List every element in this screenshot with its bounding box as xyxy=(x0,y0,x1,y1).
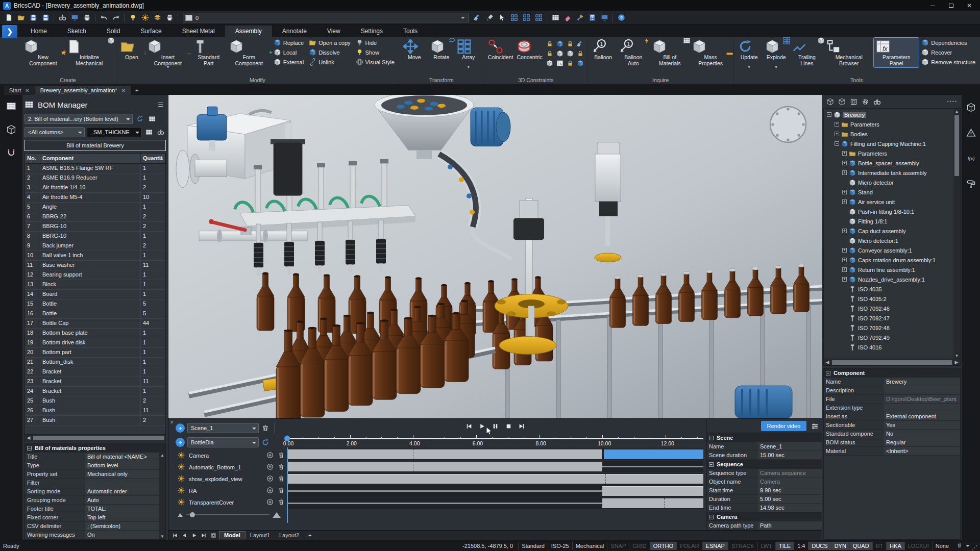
track-segment-line[interactable] xyxy=(602,466,703,467)
section-header-scene[interactable]: −Scene xyxy=(707,433,822,442)
timeline-ruler[interactable]: 0.002.004.006.008.0010.0012.00 xyxy=(287,433,703,448)
collapse-icon[interactable]: − xyxy=(826,371,830,375)
layers-icon[interactable] xyxy=(152,12,163,23)
track-segment-bar[interactable] xyxy=(287,462,602,471)
tab-sketch[interactable]: Sketch xyxy=(57,26,96,37)
expand-icon[interactable]: + xyxy=(835,122,839,127)
sort-asc-icon[interactable]: ▲ xyxy=(159,156,164,161)
replace-button[interactable]: Replace xyxy=(272,38,306,47)
go-to-start-button[interactable] xyxy=(463,421,474,431)
open-button[interactable]: ↓Open xyxy=(118,38,145,67)
hatch-icon[interactable] xyxy=(574,12,585,23)
publish-icon[interactable] xyxy=(69,12,80,23)
open-a-copy-button[interactable]: Open a copy xyxy=(307,38,352,47)
zoom-out-icon[interactable] xyxy=(178,513,183,517)
search-binoculars-icon[interactable] xyxy=(873,98,881,106)
unlink-button[interactable]: Unlink xyxy=(307,57,352,67)
property-row[interactable]: Property setMechanical only xyxy=(25,470,159,479)
status-toggle-strack[interactable]: STRACK xyxy=(728,542,757,550)
timeline-close-icon[interactable]: ✕ xyxy=(170,420,174,425)
first-layout-icon[interactable] xyxy=(170,532,179,539)
expand-icon[interactable]: + xyxy=(842,229,847,233)
print-icon[interactable] xyxy=(81,12,92,23)
expand-icon[interactable]: + xyxy=(842,161,847,165)
update-button[interactable]: Update▾ xyxy=(736,38,763,69)
property-row[interactable]: Duration5.00 sec xyxy=(707,495,822,504)
last-layout-icon[interactable] xyxy=(200,532,208,539)
tree-item[interactable]: +Intermediate tank assembly xyxy=(824,168,953,178)
remove-structure-button[interactable]: Remove structure xyxy=(919,57,977,67)
attachment-icon[interactable] xyxy=(956,542,963,549)
bom-column-filter-input[interactable]: _SM_THICKNE xyxy=(87,127,142,137)
property-row[interactable]: Description xyxy=(824,386,960,395)
tab-solid[interactable]: Solid xyxy=(96,26,131,37)
bom-manager-icon[interactable] xyxy=(5,100,17,112)
minimize-button[interactable] xyxy=(924,1,941,11)
maximize-button[interactable] xyxy=(942,1,960,11)
status-toggle-1-4[interactable]: 1:4 xyxy=(794,542,808,550)
status-toggle-mechanical[interactable]: Mechanical xyxy=(572,542,607,550)
panel-drag-handle[interactable]: •••• xyxy=(947,99,958,104)
tree-item[interactable]: +Stand xyxy=(824,187,953,197)
table-row[interactable]: 26Bush11 xyxy=(25,406,165,416)
track-label-row[interactable]: TransparentCover xyxy=(176,496,286,508)
coincident-button[interactable]: Coincident xyxy=(486,38,515,67)
bill-of-materials-button[interactable]: Bill of Materials xyxy=(650,38,689,67)
table-row[interactable]: 15Bottle5 xyxy=(25,299,165,309)
quick-select-icon[interactable] xyxy=(496,12,507,23)
table-row[interactable]: 19Bottom drive disk1 xyxy=(25,338,165,348)
dissolve-button[interactable]: Dissolve xyxy=(307,47,352,57)
table-row[interactable]: 25Bush2 xyxy=(25,396,165,406)
tab-annotate[interactable]: Annotate xyxy=(272,26,317,37)
collapse-icon[interactable]: − xyxy=(827,112,831,117)
tree-item[interactable]: ISO 7092:46 xyxy=(824,304,953,313)
selection-modes-icon[interactable] xyxy=(508,12,520,23)
tree-item[interactable]: ISO 7092:49 xyxy=(824,333,953,342)
property-row[interactable]: CSV delimiter; (Semicolon) xyxy=(25,522,159,531)
track-segment-selected[interactable] xyxy=(604,449,703,459)
layout-list-icon[interactable] xyxy=(209,532,218,539)
constraint-icon-8[interactable] xyxy=(575,48,585,58)
application-menu-button[interactable]: ❯ xyxy=(2,25,17,38)
tree-item[interactable]: +Bottle_spacer_assembly xyxy=(824,158,953,168)
add-scene-button[interactable]: + xyxy=(176,423,185,433)
table-row[interactable]: 23Bracket11 xyxy=(25,377,165,387)
panel-menu-icon[interactable] xyxy=(156,99,166,110)
mechanical-browser-button[interactable]: Mechanical Browser xyxy=(824,38,873,67)
sort-tree-icon[interactable] xyxy=(850,98,857,106)
timeline-drag-handle[interactable]: ⋮ xyxy=(170,465,175,470)
expand-icon[interactable]: + xyxy=(842,190,847,194)
table-row[interactable]: 8BBRG-101 xyxy=(25,232,165,241)
sequence-visibility-icon[interactable] xyxy=(178,475,186,483)
delete-track-icon[interactable] xyxy=(278,452,286,460)
close-tab-icon[interactable]: ✕ xyxy=(121,88,126,93)
local-button[interactable]: Local xyxy=(272,47,306,57)
close-button[interactable]: ✕ xyxy=(961,1,978,11)
collapse-icon[interactable]: − xyxy=(709,515,714,519)
tree-horizontal-scrollbar[interactable]: ◀▶ xyxy=(823,359,961,366)
property-row[interactable]: NameBrewery xyxy=(824,378,960,386)
new-document-tab-button[interactable]: + xyxy=(131,86,142,95)
property-row[interactable]: Warning messagesOn xyxy=(25,531,159,539)
brightness-icon[interactable] xyxy=(139,12,151,23)
undo-icon[interactable] xyxy=(98,12,109,23)
status-toggle-dyn[interactable]: DYN xyxy=(831,542,849,550)
table-row[interactable]: 7BBRG-102 xyxy=(25,222,165,232)
table-row[interactable]: 2ASME B16.9 Reducer1 xyxy=(25,173,165,183)
expand-icon[interactable]: + xyxy=(842,248,847,253)
add-keyframe-icon[interactable] xyxy=(266,487,275,495)
status-toggle-rt[interactable]: RT xyxy=(872,542,886,550)
delete-scene-icon[interactable] xyxy=(261,424,270,432)
track-segment-line[interactable] xyxy=(287,490,602,492)
status-toggle-iso-25[interactable]: ISO-25 xyxy=(548,542,572,550)
table-row[interactable]: 20Bottom part1 xyxy=(25,348,165,358)
add-keyframe-icon[interactable] xyxy=(266,452,275,460)
tree-item[interactable]: +Conveyor assembly:1 xyxy=(824,245,953,255)
timeline-tracks[interactable]: 0.002.004.006.008.0010.0012.00 xyxy=(287,433,703,530)
standard-part-button[interactable]: Standard Part xyxy=(191,38,227,67)
tree-item[interactable]: Push-in fitting 1/8-10:1 xyxy=(824,207,953,216)
section-header-sequence[interactable]: −Sequence xyxy=(707,460,822,469)
table-row[interactable]: 1ASME B16.5 Flange SW RF1 xyxy=(25,164,165,173)
tree-item[interactable]: ISO 7092:47 xyxy=(824,313,953,323)
insert-component-button[interactable]: →Insert Component▾ xyxy=(145,38,190,69)
